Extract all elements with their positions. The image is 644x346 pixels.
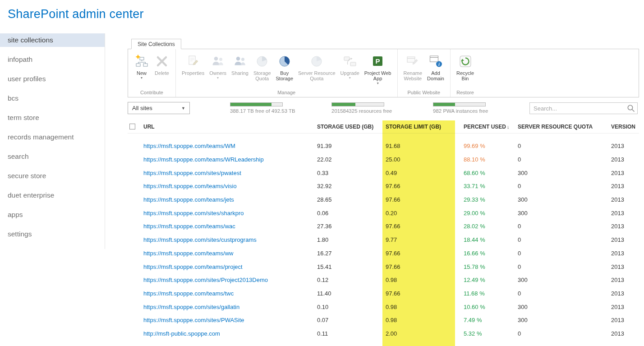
add-domain-button[interactable]: iAdd Domain xyxy=(425,52,446,81)
cell-percent-used: 28.02 % xyxy=(464,223,518,230)
cell-storage-limit: 9.77 xyxy=(386,236,464,243)
column-header-label: SERVER RESOURCE QUOTA xyxy=(518,124,593,130)
server-resource-quota-button[interactable]: Server Resource Quota xyxy=(296,52,338,81)
site-url-link[interactable]: https://msft.spoppe.com/sites/custprogra… xyxy=(143,236,317,243)
sidebar-item-bcs[interactable]: bcs xyxy=(0,92,105,105)
recycle-bin-icon xyxy=(458,53,473,69)
table-row: https://msft.spoppe.com/teams/project15.… xyxy=(128,260,639,273)
sidebar-item-settings[interactable]: settings xyxy=(0,227,105,241)
project-web-app-button[interactable]: PProject Web App▾ xyxy=(362,52,394,85)
site-url-link[interactable]: https://msft.spoppe.com/sites/pwatest xyxy=(143,170,317,176)
site-url-link[interactable]: http://msft-public.spoppe.com xyxy=(143,330,317,337)
cell-server-resource-quota: 300 xyxy=(518,170,611,176)
rename-website-icon xyxy=(405,53,420,69)
site-url-link[interactable]: https://msft.spoppe.com/teams/ww xyxy=(143,250,317,257)
cell-server-resource-quota: 0 xyxy=(518,143,611,149)
cell-server-resource-quota: 0 xyxy=(518,290,611,297)
chevron-down-icon: ▼ xyxy=(181,106,185,111)
meter-bar xyxy=(433,102,486,106)
cell-version: 2013 xyxy=(611,196,639,203)
meter-bar xyxy=(230,102,283,106)
upgrade-icon xyxy=(342,53,358,69)
site-url-link[interactable]: https://msft.spoppe.com/teams/WRLeadersh… xyxy=(143,156,317,163)
column-header-label: VERSION xyxy=(611,124,635,130)
sidebar-item-records-management[interactable]: records management xyxy=(0,130,105,144)
rename-website-button[interactable]: Rename Website xyxy=(401,52,425,81)
ribbon-group-manage: PropertiesOwners▾SharingStorage QuotaBuy… xyxy=(176,49,398,97)
table-row: https://msft.spoppe.com/sites/gallatin0.… xyxy=(128,300,639,314)
tab-site-collections[interactable]: Site Collections xyxy=(131,39,181,49)
owners-label: Owners xyxy=(209,70,226,76)
view-selector-value: All sites xyxy=(132,105,152,111)
site-url-link[interactable]: https://msft.spoppe.com/sites/PWASite xyxy=(143,317,317,323)
cell-percent-used: 12.49 % xyxy=(464,277,518,283)
cell-storage-used: 28.65 xyxy=(317,196,386,203)
search-icon[interactable] xyxy=(625,103,637,114)
meter-label: 388.17 TB free of 492.53 TB xyxy=(230,108,283,114)
column-header-percent_used[interactable]: PERCENT USED↓ xyxy=(464,124,518,130)
cell-storage-limit: 0.49 xyxy=(386,170,464,176)
buy-storage-button[interactable]: Buy Storage xyxy=(274,52,296,81)
usage-meter: 388.17 TB free of 492.53 TB xyxy=(230,102,283,114)
ribbon-group-label: Manage xyxy=(179,88,394,97)
owners-icon xyxy=(210,53,225,69)
upgrade-label: Upgrade xyxy=(340,70,359,76)
sharing-label: Sharing xyxy=(231,70,248,76)
select-all-checkbox[interactable] xyxy=(129,124,135,129)
site-url-link[interactable]: https://msft.spoppe.com/teams/project xyxy=(143,263,317,270)
recycle-bin-button[interactable]: Recycle Bin xyxy=(454,52,476,81)
add-domain-label: Add Domain xyxy=(427,70,444,81)
column-header-storage_used[interactable]: STORAGE USED (GB) xyxy=(317,124,386,130)
cell-storage-limit: 97.66 xyxy=(386,196,464,203)
sidebar-item-site-collections[interactable]: site collections xyxy=(0,33,105,47)
site-url-link[interactable]: https://msft.spoppe.com/sites/gallatin xyxy=(143,304,317,310)
upgrade-button[interactable]: Upgrade▾ xyxy=(338,52,362,80)
owners-button[interactable]: Owners▾ xyxy=(207,52,229,80)
sharepoint-admin-center: SharePoint admin center site collections… xyxy=(0,0,644,346)
sidebar-item-duet-enterprise[interactable]: duet enterprise xyxy=(0,189,105,202)
sidebar-item-search[interactable]: search xyxy=(0,150,105,163)
cell-storage-limit: 0.98 xyxy=(386,304,464,310)
sidebar-item-apps[interactable]: apps xyxy=(0,208,105,221)
cell-storage-used: 32.92 xyxy=(317,183,386,189)
cell-percent-used: 15.78 % xyxy=(464,263,518,270)
column-header-label: STORAGE USED (GB) xyxy=(317,124,373,130)
cell-server-resource-quota: 0 xyxy=(518,156,611,163)
column-header-storage_limit[interactable]: STORAGE LIMIT (GB) xyxy=(386,124,464,130)
column-header-label: STORAGE LIMIT (GB) xyxy=(386,124,441,130)
site-url-link[interactable]: https://msft.spoppe.com/teams/visio xyxy=(143,183,317,189)
table-row: https://msft.spoppe.com/sites/PWASite0.0… xyxy=(128,314,639,327)
sidebar-item-infopath[interactable]: infopath xyxy=(0,53,105,66)
site-url-link[interactable]: https://msft.spoppe.com/sites/sharkpro xyxy=(143,210,317,217)
site-url-link[interactable]: https://msft.spoppe.com/sites/Project201… xyxy=(143,277,317,283)
table-row: https://msft.spoppe.com/teams/visio32.92… xyxy=(128,180,639,193)
site-url-link[interactable]: https://msft.spoppe.com/teams/jets xyxy=(143,196,317,203)
properties-button[interactable]: Properties xyxy=(179,52,207,76)
usage-meters: 388.17 TB free of 492.53 TB201584325 res… xyxy=(230,102,486,114)
view-selector-dropdown[interactable]: All sites ▼ xyxy=(128,102,190,114)
site-url-link[interactable]: https://msft.spoppe.com/teams/wac xyxy=(143,223,317,230)
search-input[interactable] xyxy=(530,105,625,112)
sidebar-item-user-profiles[interactable]: user profiles xyxy=(0,72,105,86)
storage-quota-button[interactable]: Storage Quota xyxy=(251,52,273,81)
usage-meter: 201584325 resources free xyxy=(331,102,384,114)
column-header-url[interactable]: URL xyxy=(143,124,317,130)
delete-button[interactable]: Delete xyxy=(152,52,172,76)
site-url-link[interactable]: https://msft.spoppe.com/teams/WM xyxy=(143,143,317,149)
meter-bar xyxy=(331,102,384,106)
column-header-server_resource_quota[interactable]: SERVER RESOURCE QUOTA xyxy=(518,124,611,130)
cell-version: 2013 xyxy=(611,170,639,176)
table-row: https://msft.spoppe.com/teams/ww16.2797.… xyxy=(128,247,639,260)
cell-server-resource-quota: 300 xyxy=(518,277,611,283)
cell-server-resource-quota: 300 xyxy=(518,196,611,203)
chevron-down-icon: ▾ xyxy=(217,76,219,80)
site-url-link[interactable]: https://msft.spoppe.com/teams/twc xyxy=(143,290,317,297)
sharing-button[interactable]: Sharing xyxy=(229,52,251,76)
table-row: http://msft-public.spoppe.com0.112.005.3… xyxy=(128,327,639,341)
meter-fill xyxy=(230,103,271,106)
sidebar-item-secure-store[interactable]: secure store xyxy=(0,169,105,183)
sidebar-item-term-store[interactable]: term store xyxy=(0,111,105,125)
svg-text:P: P xyxy=(375,57,380,65)
new-button[interactable]: New▾ xyxy=(132,52,152,80)
column-header-version[interactable]: VERSION xyxy=(611,124,639,130)
